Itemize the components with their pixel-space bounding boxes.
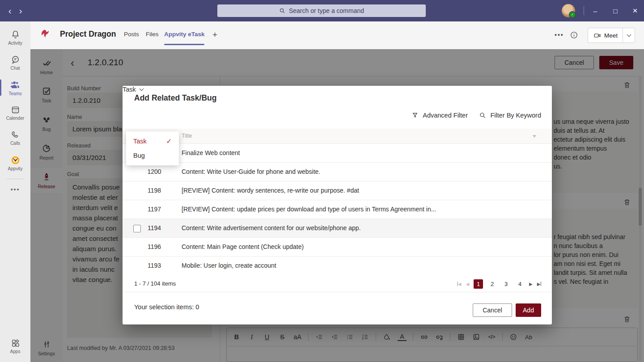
row-title: [REVIEW] Content: wordy sentences, re-wr… [182, 187, 539, 194]
table-row[interactable]: 1198 [REVIEW] Content: wordy sentences, … [123, 181, 552, 200]
row-title: Content: Write advertisement content for… [182, 224, 539, 232]
page-button-3[interactable]: 3 [501, 279, 511, 289]
pagination-summary: 1 - 7 / 104 items [134, 280, 176, 287]
table-row[interactable]: Finalize Web content [123, 144, 552, 163]
advanced-filter-label: Advanced Filter [423, 112, 468, 119]
row-title: [REVIEW] Content: update prices per down… [182, 206, 539, 213]
type-dropdown-value: Task [123, 86, 136, 93]
filter-by-keyword-button[interactable]: Filter By Keyword [479, 112, 541, 119]
chevron-down-icon [139, 86, 144, 91]
selection-count-text: Your selection items: 0 [134, 303, 199, 311]
apps-icon [11, 338, 20, 348]
last-page-button[interactable]: ▶ [537, 282, 541, 286]
appvity-logo-icon [10, 155, 21, 165]
avatar[interactable]: ✓ [562, 4, 575, 17]
forward-button[interactable]: › [15, 0, 26, 21]
minimize-button[interactable]: – [585, 0, 605, 21]
channel-more-button[interactable]: ••• [555, 31, 564, 38]
meet-dropdown-button[interactable] [623, 28, 635, 43]
more-apps-button[interactable]: ••• [0, 186, 30, 193]
add-tab-button[interactable]: + [212, 30, 217, 40]
previous-page-button[interactable]: ◀ [466, 282, 469, 286]
table-row[interactable]: 1200 Content: Write User-Guide for phone… [123, 163, 552, 181]
page-button-2[interactable]: 2 [487, 279, 497, 289]
tab-files[interactable]: Files [146, 31, 159, 38]
column-filter-icon[interactable] [531, 133, 538, 139]
sidebar-item-appvity[interactable]: Appvity [0, 151, 30, 174]
channel-header: Project Dragon Posts Files Appvity eTask… [30, 21, 644, 49]
menu-item-task[interactable]: Task ✓ [126, 134, 179, 148]
sidebar-item-label: Calls [10, 141, 20, 146]
table-row[interactable]: 1196 Content: Main Page content (Check u… [123, 238, 552, 257]
row-id: 1194 [134, 224, 174, 232]
column-header-title: Title [182, 133, 192, 139]
add-related-task-dialog: Add Related Task/Bug Task Advanced Filte… [123, 86, 552, 324]
row-id: 1197 [134, 206, 174, 213]
menu-item-label: Task [133, 138, 147, 145]
row-title: Content: Write User-Guide for phone and … [182, 168, 539, 175]
back-button[interactable]: ‹ [4, 0, 15, 21]
search-placeholder: Search or type a command [289, 7, 364, 14]
row-title: Content: Main Page content (Check update… [182, 243, 539, 250]
sidebar-item-label: Chat [10, 66, 20, 71]
pagination-bar: 1 - 7 / 104 items ◀ ◀ 1 2 3 4 ▶ ▶ [123, 275, 552, 292]
sidebar-item-activity[interactable]: Activity [0, 26, 30, 49]
titlebar-divider [584, 6, 584, 15]
sidebar-item-label: Calender [6, 116, 25, 121]
chevron-down-icon [627, 32, 631, 37]
row-id: 1200 [134, 168, 174, 175]
search-input[interactable]: Search or type a command [217, 4, 426, 17]
type-dropdown[interactable]: Task [123, 86, 552, 93]
calendar-icon [11, 105, 20, 114]
row-title: Mobile: User login, create account [182, 262, 539, 269]
table-row[interactable]: 1193 Mobile: User login, create account [123, 257, 552, 275]
sidebar-item-label: Apps [10, 349, 21, 354]
row-title: Finalize Web content [182, 149, 539, 156]
sidebar-item-label: Teams [8, 91, 21, 96]
row-id: 1198 [134, 187, 174, 194]
camera-icon [593, 32, 601, 39]
table-row[interactable]: 1197 [REVIEW] Content: update prices per… [123, 200, 552, 219]
sidebar-item-apps[interactable]: Apps [0, 334, 30, 358]
dialog-add-button[interactable]: Add [516, 303, 541, 317]
meet-label: Meet [604, 32, 618, 39]
page-button-1[interactable]: 1 [474, 279, 483, 289]
type-dropdown-menu: Task ✓ Bug [126, 131, 179, 165]
maximize-button[interactable]: □ [606, 0, 625, 21]
next-page-button[interactable]: ▶ [529, 282, 533, 286]
row-id: 1196 [134, 243, 174, 250]
advanced-filter-button[interactable]: Advanced Filter [411, 112, 468, 119]
close-button[interactable]: × [625, 0, 644, 21]
sidebar-item-teams[interactable]: Teams [0, 76, 30, 99]
filter-by-keyword-label: Filter By Keyword [490, 112, 541, 119]
bell-icon [11, 30, 20, 39]
dialog-title: Add Related Task/Bug [134, 93, 216, 103]
active-tab-underline [164, 44, 204, 45]
search-icon [279, 8, 285, 14]
chat-icon [11, 55, 20, 64]
page-button-4[interactable]: 4 [515, 279, 525, 289]
menu-item-label: Bug [133, 152, 145, 159]
table-row[interactable]: 1194 Content: Write advertisement conten… [123, 219, 552, 238]
first-page-button[interactable]: ◀ [457, 282, 461, 286]
tab-posts[interactable]: Posts [124, 31, 139, 38]
team-name: Project Dragon [60, 29, 116, 39]
phone-icon [11, 130, 20, 139]
sidebar-item-label: Appvity [8, 166, 23, 171]
search-icon [479, 112, 486, 119]
meet-button[interactable]: Meet [588, 28, 623, 43]
teams-window: ‹ › Search or type a command ✓ – □ × Act… [0, 0, 644, 362]
checkmark-icon: ✓ [166, 137, 172, 145]
team-logo-icon [38, 29, 51, 41]
funnel-icon [411, 112, 419, 119]
menu-item-bug[interactable]: Bug [126, 148, 179, 163]
dialog-cancel-button[interactable]: Cancel [473, 303, 512, 317]
tab-appvity-etask[interactable]: Appvity eTask [164, 31, 205, 38]
sidebar-item-chat[interactable]: Chat [0, 51, 30, 74]
sidebar-item-calendar[interactable]: Calender [0, 101, 30, 124]
info-icon[interactable] [570, 31, 578, 39]
teams-icon [10, 80, 21, 90]
teams-app-rail: Activity Chat Teams Calender Calls Appvi… [0, 21, 31, 362]
row-id: 1193 [134, 262, 174, 269]
sidebar-item-calls[interactable]: Calls [0, 126, 30, 149]
